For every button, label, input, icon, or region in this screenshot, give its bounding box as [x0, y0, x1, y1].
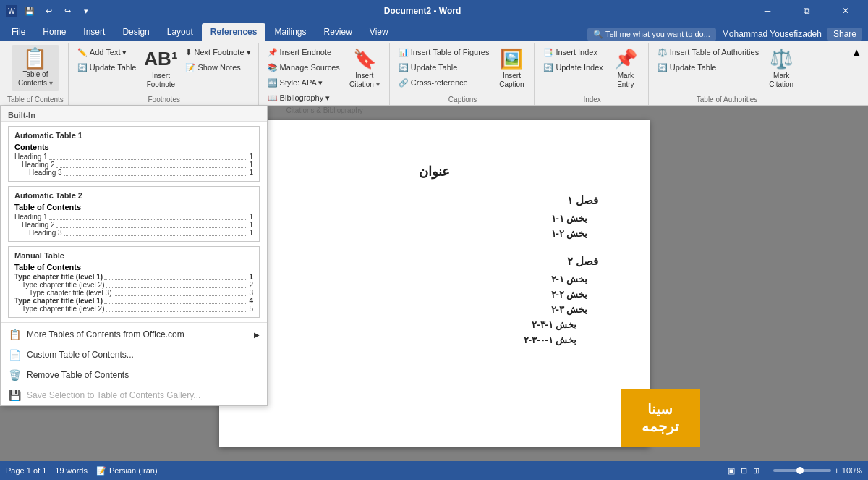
- toc-page: 1: [249, 221, 253, 229]
- insert-table-auth-icon: ⚖️: [658, 48, 668, 57]
- show-notes-button[interactable]: 📝 Show Notes: [182, 60, 253, 75]
- auto-table-1-row-3: Heading 3 1: [14, 169, 253, 177]
- tab-layout[interactable]: Layout: [158, 23, 202, 41]
- tab-mailings[interactable]: Mailings: [265, 23, 315, 41]
- toc-page: 1: [249, 161, 253, 169]
- toc-page: 1: [249, 273, 253, 281]
- manual-table-row-3: Type chapter title (level 3) 3: [14, 289, 253, 297]
- toc-page: 1: [249, 229, 253, 237]
- document-page: عنوان فصل ۱ بخش ۱-۱ بخش ۲-۱ فصل ۲ بخش ۱-…: [219, 120, 650, 447]
- custom-toc-button[interactable]: 📄 Custom Table of Contents...: [1, 345, 267, 365]
- insert-caption-button[interactable]: 🖼️ InsertCaption: [493, 45, 529, 91]
- update-table-button[interactable]: 🔄 Update Table: [75, 60, 140, 75]
- automatic-table-2-preview[interactable]: Automatic Table 2 Table of Contents Head…: [8, 186, 260, 242]
- tab-references[interactable]: References: [202, 23, 266, 41]
- insert-endnote-icon: 📌: [268, 48, 278, 57]
- tab-file[interactable]: File: [3, 23, 34, 41]
- corner-logo: سینا ترجمه: [621, 389, 700, 447]
- next-footnote-button[interactable]: ⬇ Next Footnote ▾: [182, 45, 253, 59]
- update-index-button[interactable]: 🔄 Update Index: [540, 60, 605, 75]
- close-button[interactable]: ✕: [829, 0, 862, 22]
- insert-table-auth-button[interactable]: ⚖️ Insert Table of Authorities: [655, 45, 762, 59]
- minimize-button[interactable]: ─: [751, 0, 784, 22]
- auto-table-2-row-3: Heading 3 1: [14, 229, 253, 237]
- word-icon: W: [6, 5, 17, 17]
- zoom-in-button[interactable]: +: [834, 466, 838, 475]
- more-toc-button[interactable]: 📋 More Tables of Contents from Office.co…: [1, 324, 267, 345]
- update-index-icon: 🔄: [543, 63, 553, 72]
- toc-dropdown-panel: Built-In Automatic Table 1 Contents Head…: [0, 106, 268, 406]
- status-bar: Page 1 of 1 19 words 📝 Persian (Iran) ▣ …: [0, 461, 868, 480]
- view-focus-icon[interactable]: ⊞: [753, 466, 760, 476]
- insert-footnote-icon: AB¹: [144, 48, 177, 70]
- ribbon-group-toc: 📋 Table ofContents ▾ Table of Contents: [3, 43, 69, 105]
- ribbon-collapse-button[interactable]: ▲: [848, 43, 865, 105]
- index-group-label: Index: [540, 94, 643, 105]
- toc-page: 1: [249, 213, 253, 221]
- insert-citation-icon: 🔖: [353, 48, 376, 70]
- ribbon-group-footnotes: ✏️ Add Text ▾ 🔄 Update Table AB¹ InsertF…: [70, 43, 259, 105]
- update-index-label: Update Index: [556, 63, 603, 72]
- ribbon-tabs: File Home Insert Design Layout Reference…: [0, 22, 868, 41]
- next-footnote-icon: ⬇: [185, 48, 192, 57]
- update-table-cap-button[interactable]: 🔄 Update Table: [396, 60, 493, 75]
- toc-dots: [106, 287, 248, 288]
- toc-dots: [114, 295, 248, 296]
- toc-dots: [104, 303, 247, 304]
- style-button[interactable]: 🔤 Style: APA ▾: [265, 75, 343, 90]
- tab-view[interactable]: View: [361, 23, 397, 41]
- mark-entry-button[interactable]: 📌 MarkEntry: [608, 45, 644, 91]
- tab-insert[interactable]: Insert: [75, 23, 114, 41]
- zoom-slider[interactable]: [773, 469, 831, 472]
- search-box[interactable]: 🔍 Tell me what you want to do...: [587, 28, 716, 41]
- mark-citation-button[interactable]: ⚖️ MarkCitation: [763, 45, 799, 91]
- add-text-label: Add Text ▾: [90, 48, 127, 57]
- next-footnote-label: Next Footnote ▾: [194, 48, 250, 57]
- view-web-icon[interactable]: ⊡: [741, 466, 747, 476]
- customize-qa-button[interactable]: ▾: [78, 3, 94, 19]
- language-icon: 📝: [96, 466, 106, 476]
- toc-item-label: Type chapter title (level 1): [14, 273, 103, 281]
- insert-index-label: Insert Index: [556, 48, 597, 56]
- insert-footnote-button[interactable]: AB¹ InsertFootnote: [140, 45, 181, 91]
- remove-toc-button[interactable]: 🗑️ Remove Table of Contents: [1, 365, 267, 385]
- insert-citation-button[interactable]: 🔖 InsertCitation ▾: [344, 45, 385, 91]
- manage-sources-button[interactable]: 📚 Manage Sources: [265, 60, 343, 75]
- toc-dots: [104, 279, 247, 280]
- save-button[interactable]: 💾: [22, 3, 38, 19]
- manual-table-row-5: Type chapter title (level 2) 5: [14, 305, 253, 313]
- cross-reference-icon: 🔗: [399, 78, 409, 88]
- ribbon-right: 🔍 Tell me what you want to do... Mohamma…: [587, 28, 868, 41]
- tab-review[interactable]: Review: [315, 23, 361, 41]
- language-indicator: 📝 Persian (Iran): [96, 466, 158, 476]
- add-text-button[interactable]: ✏️ Add Text ▾: [75, 45, 140, 59]
- update-table-icon: 🔄: [77, 63, 88, 72]
- redo-button[interactable]: ↪: [59, 3, 75, 19]
- restore-button[interactable]: ⧉: [790, 0, 823, 22]
- undo-button[interactable]: ↩: [41, 3, 56, 19]
- style-label: Style: APA ▾: [280, 78, 323, 88]
- mark-citation-label: MarkCitation: [769, 72, 793, 89]
- zoom-out-button[interactable]: ─: [765, 466, 771, 475]
- insert-index-button[interactable]: 📑 Insert Index: [540, 45, 605, 59]
- bibliography-button[interactable]: 📖 Bibliography ▾: [265, 90, 343, 105]
- automatic-table-1-preview[interactable]: Automatic Table 1 Contents Heading 1 1 H…: [8, 126, 260, 182]
- update-table-auth-label: Update Table: [670, 63, 717, 72]
- bibliography-label: Bibliography ▾: [280, 93, 331, 103]
- update-table-auth-button[interactable]: 🔄 Update Table: [655, 60, 762, 75]
- logo-line1: سینا: [647, 400, 673, 418]
- table-of-contents-button[interactable]: 📋 Table ofContents ▾: [12, 45, 59, 91]
- insert-table-figures-button[interactable]: 📊 Insert Table of Figures: [396, 45, 493, 59]
- update-table-cap-label: Update Table: [411, 63, 458, 72]
- index-left-col: 📑 Insert Index 🔄 Update Index: [540, 45, 605, 75]
- cross-reference-button[interactable]: 🔗 Cross-reference: [396, 75, 493, 90]
- custom-toc-label: Custom Table of Contents...: [27, 350, 134, 360]
- tab-home[interactable]: Home: [34, 23, 75, 41]
- manual-table-row-1: Type chapter title (level 1) 1: [14, 273, 253, 281]
- zoom-percent: 100%: [842, 466, 862, 475]
- view-print-icon[interactable]: ▣: [728, 466, 735, 476]
- share-button[interactable]: Share: [827, 28, 862, 41]
- manual-table-preview[interactable]: Manual Table Table of Contents Type chap…: [8, 246, 260, 318]
- tab-design[interactable]: Design: [114, 23, 158, 41]
- insert-endnote-button[interactable]: 📌 Insert Endnote: [265, 45, 343, 59]
